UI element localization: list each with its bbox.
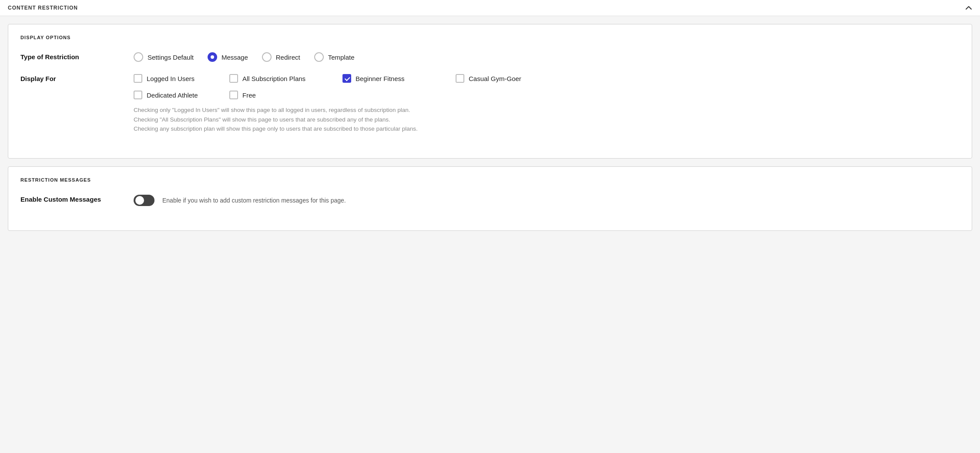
checkbox-logged-in-users-label: Logged In Users xyxy=(147,75,195,82)
restriction-messages-title: RESTRICTION MESSAGES xyxy=(20,177,960,183)
page-title: CONTENT RESTRICTION xyxy=(8,5,78,11)
checkbox-all-subscription-plans[interactable]: All Subscription Plans xyxy=(229,74,342,83)
checkbox-free-label: Free xyxy=(242,91,256,99)
checkbox-logged-in-users[interactable]: Logged In Users xyxy=(134,74,229,83)
checkbox-casual-gym-goer-box xyxy=(456,74,464,83)
enable-custom-messages-toggle[interactable] xyxy=(134,195,154,206)
radio-redirect[interactable]: Redirect xyxy=(262,52,300,62)
enable-custom-messages-row: Enable Custom Messages Enable if you wis… xyxy=(20,195,960,206)
checkbox-all-subscription-plans-box xyxy=(229,74,238,83)
display-for-controls: Logged In Users All Subscription Plans B… xyxy=(134,74,543,134)
checkbox-beginner-fitness-box xyxy=(342,74,351,83)
type-of-restriction-label: Type of Restriction xyxy=(20,52,134,61)
radio-message-label: Message xyxy=(222,54,248,61)
radio-settings-default[interactable]: Settings Default xyxy=(134,52,194,62)
radio-settings-default-indicator xyxy=(134,52,143,62)
toggle-wrapper: Enable if you wish to add custom restric… xyxy=(134,195,346,206)
checkboxes-grid: Logged In Users All Subscription Plans B… xyxy=(134,74,543,99)
checkbox-beginner-fitness[interactable]: Beginner Fitness xyxy=(342,74,456,83)
radio-template-indicator xyxy=(314,52,324,62)
checkbox-beginner-fitness-label: Beginner Fitness xyxy=(356,75,405,82)
radio-settings-default-label: Settings Default xyxy=(148,54,194,61)
display-options-panel: DISPLAY OPTIONS Type of Restriction Sett… xyxy=(8,24,972,159)
radio-template[interactable]: Template xyxy=(314,52,355,62)
restriction-type-options: Settings Default Message Redirect Templa… xyxy=(134,52,355,62)
main-content: DISPLAY OPTIONS Type of Restriction Sett… xyxy=(0,16,980,239)
help-text-1: Checking only "Logged In Users" will sho… xyxy=(134,105,543,115)
checkbox-casual-gym-goer[interactable]: Casual Gym-Goer xyxy=(456,74,543,83)
checkbox-dedicated-athlete-box xyxy=(134,91,142,99)
enable-custom-messages-description: Enable if you wish to add custom restric… xyxy=(162,197,346,204)
display-for-label: Display For xyxy=(20,74,134,82)
checkbox-free[interactable]: Free xyxy=(229,91,342,99)
radio-message[interactable]: Message xyxy=(208,52,248,62)
toggle-thumb xyxy=(135,196,144,205)
help-text-2: Checking "All Subscription Plans" will s… xyxy=(134,115,543,125)
checkbox-logged-in-users-box xyxy=(134,74,142,83)
help-text-3: Checking any subscription plan will show… xyxy=(134,124,543,134)
type-of-restriction-row: Type of Restriction Settings Default Mes… xyxy=(20,52,960,62)
page-header: CONTENT RESTRICTION xyxy=(0,0,980,16)
radio-template-label: Template xyxy=(328,54,355,61)
checkbox-dedicated-athlete[interactable]: Dedicated Athlete xyxy=(134,91,229,99)
radio-redirect-indicator xyxy=(262,52,272,62)
checkbox-dedicated-athlete-label: Dedicated Athlete xyxy=(147,91,198,99)
checkbox-casual-gym-goer-label: Casual Gym-Goer xyxy=(469,75,521,82)
help-text-block: Checking only "Logged In Users" will sho… xyxy=(134,105,543,134)
display-options-title: DISPLAY OPTIONS xyxy=(20,35,960,40)
display-for-row: Display For Logged In Users All Subscrip… xyxy=(20,74,960,134)
checkbox-free-box xyxy=(229,91,238,99)
checkbox-all-subscription-plans-label: All Subscription Plans xyxy=(242,75,305,82)
enable-custom-messages-label: Enable Custom Messages xyxy=(20,195,134,203)
restriction-messages-panel: RESTRICTION MESSAGES Enable Custom Messa… xyxy=(8,166,972,231)
radio-redirect-label: Redirect xyxy=(276,54,300,61)
collapse-icon[interactable] xyxy=(965,4,972,11)
radio-message-inner xyxy=(211,55,214,59)
radio-message-indicator xyxy=(208,52,217,62)
